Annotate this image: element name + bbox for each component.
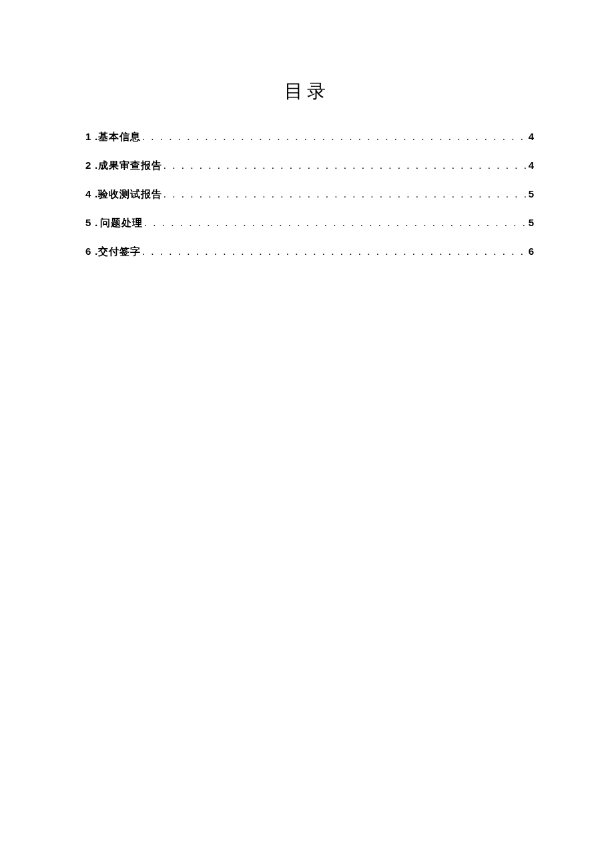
toc-entry[interactable]: 2 . 成果审查报告 4 xyxy=(85,159,534,172)
toc-entry-page: 4 xyxy=(529,159,534,171)
toc-entry-label: 验收测试报告 xyxy=(98,188,162,201)
toc-entry-separator: . xyxy=(95,131,97,143)
toc-entry-number: 6 xyxy=(85,246,91,257)
toc-entry-label: 基本信息 xyxy=(98,131,141,143)
toc-entry[interactable]: 4 . 验收测试报告 5 xyxy=(85,188,534,201)
toc-entry-separator: . xyxy=(95,246,97,258)
toc-leader-dots xyxy=(162,160,529,171)
toc-entry[interactable]: 5 . 问题处理 5 xyxy=(85,217,534,230)
toc-entry-label: 交付签字 xyxy=(98,246,141,258)
toc-entry-page: 5 xyxy=(529,217,534,228)
toc-entry-number: 4 xyxy=(85,188,91,199)
toc-entry-separator: . xyxy=(95,189,97,200)
toc-entry-number: 1 xyxy=(85,131,91,142)
toc-entry-label: 成果审查报告 xyxy=(98,159,162,172)
toc-entry[interactable]: 1 . 基本信息 4 xyxy=(85,131,534,143)
toc-leader-dots xyxy=(143,218,529,229)
toc-entry-number: 5 xyxy=(85,217,91,228)
toc-entry-separator: . xyxy=(95,160,97,171)
toc-entry-page: 5 xyxy=(529,188,534,199)
toc-container: 1 . 基本信息 4 2 . 成果审查报告 4 4 . 验收测试报告 5 5 .… xyxy=(0,131,614,258)
toc-entry-page: 6 xyxy=(529,246,534,257)
toc-entry-page: 4 xyxy=(529,131,534,142)
toc-entry-label: 问题处理 xyxy=(100,217,143,230)
toc-title: 目录 xyxy=(0,79,614,104)
toc-leader-dots xyxy=(141,131,529,143)
toc-leader-dots xyxy=(162,189,529,200)
toc-entry-number: 2 xyxy=(85,159,91,171)
toc-leader-dots xyxy=(141,246,529,258)
toc-entry[interactable]: 6 . 交付签字 6 xyxy=(85,246,534,258)
toc-entry-separator: . xyxy=(95,218,97,229)
